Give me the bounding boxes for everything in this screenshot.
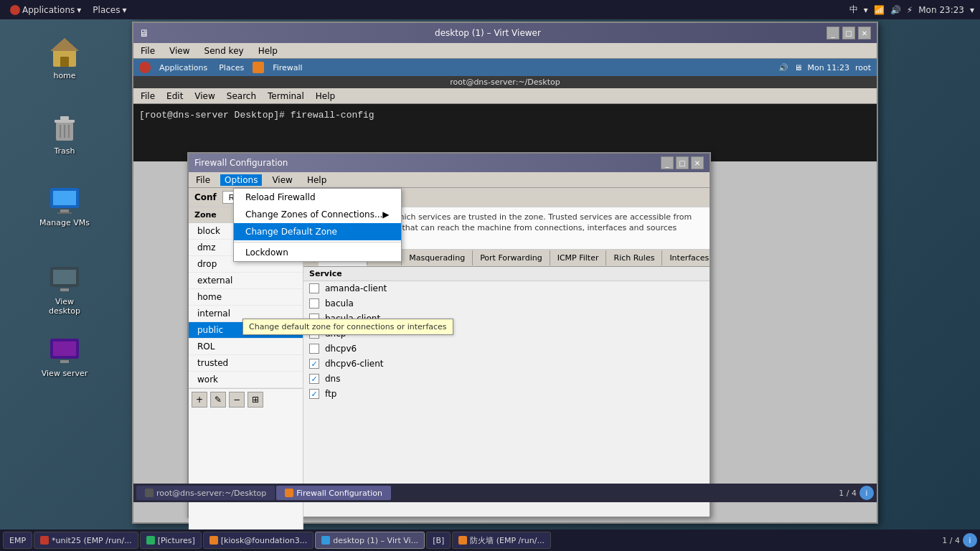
virt-sendkey-menu[interactable]: Send key [200,45,248,57]
taskbar-unit25[interactable]: *unit25 (EMP /run/... [34,532,138,549]
service-row-ftp[interactable]: ftp [303,387,710,402]
taskbar-right: 1 / 4 i [942,533,977,547]
term-search-menu[interactable]: Search [222,90,260,102]
manage-vms-icon[interactable]: Manage VMs [36,179,93,230]
term-help-menu[interactable]: Help [311,90,339,102]
svg-rect-15 [60,288,69,291]
term-file-menu[interactable]: File [136,90,159,102]
applications-menu-btn[interactable]: Applications ▾ [6,4,85,17]
view-server-icon[interactable]: View server [36,330,93,381]
fw-help-menu[interactable]: Help [303,174,331,186]
service-row-bacula[interactable]: bacula [303,296,710,311]
tab-terminal[interactable]: root@dns-server:~/Desktop [136,486,275,500]
zone-work[interactable]: work [189,372,303,388]
firewall-config-window: Firewall Configuration _ □ ✕ File Option… [187,152,711,518]
taskbar-firewall-emp[interactable]: 防火墙 (EMP /run/... [452,532,551,549]
service-checkbox-ftp[interactable] [309,389,319,399]
virt-help-menu[interactable]: Help [254,45,282,57]
taskbar-kiosk[interactable]: [kiosk@foundation3... [203,532,314,549]
fw-maximize-btn[interactable]: □ [676,156,689,169]
term-view-menu[interactable]: View [190,90,219,102]
vdesktop-svg [47,261,82,296]
taskbar-pictures[interactable]: [Pictures] [140,532,202,549]
term-edit-menu[interactable]: Edit [162,90,187,102]
maximize-button[interactable]: □ [842,27,855,39]
minimize-button[interactable]: _ [826,27,839,39]
taskbar-unit25-label: *unit25 (EMP /run/... [52,536,132,545]
service-row-dns[interactable]: dns [303,372,710,387]
trash-desktop-icon[interactable]: Trash [36,108,93,159]
tab-rich-rules[interactable]: Rich Rules [606,250,662,265]
svg-rect-2 [60,57,69,67]
tab-interfaces[interactable]: Interfaces [662,250,710,265]
taskbar-b-label: [B] [433,536,444,545]
tab-icmp-filter[interactable]: ICMP Filter [550,250,607,265]
svg-rect-10 [53,191,76,205]
fw-file-menu[interactable]: File [192,174,215,186]
zone-trusted[interactable]: trusted [189,355,303,372]
zone-rol[interactable]: ROL [189,339,303,355]
lockdown-item[interactable]: Lockdown [234,244,401,261]
power-arrow: ▾ [970,5,974,15]
service-checkbox-bacula[interactable] [309,298,319,309]
inner-firewall-btn[interactable]: Firewall [270,62,305,73]
service-row-amanda[interactable]: amanda-client [303,281,710,296]
manage-vms-icon-img [47,182,82,217]
service-name-dns: dns [325,374,340,384]
firewall-tab-icon [285,489,293,497]
zone-home[interactable]: home [189,289,303,306]
taskbar-info-btn[interactable]: i [963,533,977,547]
fw-close-btn[interactable]: ✕ [691,156,704,169]
config-text: Conf [194,192,217,202]
fw-view-menu[interactable]: View [268,174,296,186]
extra-zone-btn[interactable]: ⊞ [248,392,263,408]
add-zone-btn[interactable]: + [192,392,207,408]
manage-vms-label: Manage VMs [39,218,90,227]
terminal-tab-label: root@dns-server:~/Desktop [156,489,266,498]
tab-firewall-config[interactable]: Firewall Configuration [276,486,391,500]
fw-title-text: Firewall Configuration [194,158,288,168]
inner-user: root [855,63,871,72]
view-desktop-icon[interactable]: View desktop [36,258,93,319]
vserver-svg [47,333,82,367]
places-menu-btn[interactable]: Places ▾ [88,4,131,17]
svg-rect-11 [60,209,69,212]
inner-places-btn[interactable]: Places [216,62,247,73]
zone-external[interactable]: external [189,273,303,289]
term-terminal-menu[interactable]: Terminal [263,90,308,102]
lockdown-label: Lockdown [245,248,288,258]
service-checkbox-dhcpv6[interactable] [309,344,319,354]
bottom-taskbar: EMP *unit25 (EMP /run/... [Pictures] [ki… [0,529,980,551]
change-default-zone-item[interactable]: Change Default Zone [234,223,401,240]
service-checkbox-dns[interactable] [309,374,319,384]
inner-firewall-label: Firewall [273,63,302,72]
remove-zone-btn[interactable]: − [229,392,245,408]
tab-circle-btn[interactable]: i [859,486,874,500]
submenu-arrow-icon: ▶ [382,209,389,220]
taskbar-b[interactable]: [B] [426,532,451,549]
virt-view-menu[interactable]: View [165,45,194,57]
taskbar-kiosk-label: [kiosk@foundation3... [221,536,307,545]
trash-label: Trash [54,146,75,156]
reload-firewalld-item[interactable]: Reload Firewalld [234,189,401,206]
tab-masquerading[interactable]: Masquerading [402,250,473,265]
taskbar-pictures-icon [146,536,155,545]
fw-options-menu[interactable]: Options [220,174,262,186]
taskbar-virt-viewer[interactable]: desktop (1) – Virt Vi... [315,532,425,549]
close-button[interactable]: ✕ [858,27,871,39]
top-bar-left: Applications ▾ Places ▾ [6,4,131,17]
service-checkbox-dhcpv6-client[interactable] [309,359,319,369]
service-row-dhcpv6-client[interactable]: dhcpv6-client [303,357,710,372]
service-checkbox-amanda[interactable] [309,283,319,293]
home-icon[interactable]: home [36,32,93,83]
change-zones-item[interactable]: Change Zones of Connections... ▶ [234,206,401,223]
taskbar-emp[interactable]: EMP [3,532,32,549]
inner-applications-btn[interactable]: Applications [156,62,210,73]
edit-zone-btn[interactable]: ✎ [210,392,226,408]
tab-port-forwarding[interactable]: Port Forwarding [473,250,550,265]
fw-minimize-btn[interactable]: _ [661,156,674,169]
service-row-dhcpv6[interactable]: dhcpv6 [303,342,710,357]
virt-file-menu[interactable]: File [136,45,159,57]
top-bar-right: 中 ▾ 📶 🔊 ⚡ Mon 23:23 ▾ [849,4,974,16]
inner-topbar-right: 🔊 🖥 Mon 11:23 root [778,63,871,72]
